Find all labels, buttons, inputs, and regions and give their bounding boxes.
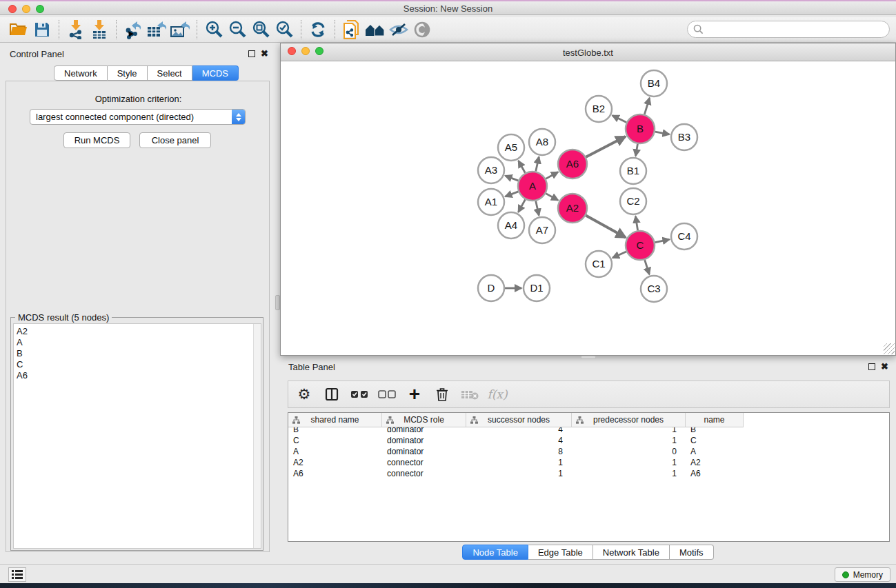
refresh-icon[interactable] — [306, 19, 330, 40]
table-cell[interactable]: A6 — [686, 468, 744, 479]
window-resize-grip[interactable] — [884, 343, 895, 354]
select-all-icon[interactable] — [350, 385, 368, 403]
close-panel-icon[interactable]: ✖ — [261, 50, 268, 57]
tab-network-table[interactable]: Network Table — [593, 545, 670, 560]
table-cell[interactable]: 8 — [466, 446, 572, 457]
list-item[interactable]: B — [17, 348, 261, 359]
table-cell[interactable]: A6 — [288, 468, 382, 479]
zoom-selected-icon[interactable] — [272, 19, 296, 40]
tab-mcds[interactable]: MCDS — [192, 65, 239, 81]
export-image-icon[interactable] — [168, 19, 192, 40]
ndex-home-icon[interactable] — [364, 19, 387, 40]
tab-node-table[interactable]: Node Table — [462, 545, 528, 560]
table-cell[interactable]: 1 — [572, 457, 686, 468]
table-cell[interactable]: 0 — [572, 446, 686, 457]
table-cell[interactable]: 4 — [466, 435, 572, 446]
vertical-splitter-handle[interactable] — [275, 295, 280, 310]
table-cell[interactable]: C — [686, 435, 744, 446]
table-cell[interactable]: C — [288, 435, 382, 446]
graph-edge-A-A7[interactable] — [536, 201, 539, 215]
eye-icon[interactable] — [410, 19, 434, 40]
network-graph[interactable]: B4B2BB3A8A5A6A3B1AA1C2A2A4A7C4CC1C3DD1 — [281, 61, 895, 355]
column-header-successor-nodes[interactable]: successor nodes — [466, 413, 572, 427]
graph-edge-C-C3[interactable] — [645, 260, 650, 274]
tab-motifs[interactable]: Motifs — [670, 545, 714, 560]
tab-edge-table[interactable]: Edge Table — [528, 545, 593, 560]
table-cell[interactable]: A — [686, 446, 744, 457]
table-cell[interactable]: 1 — [466, 457, 572, 468]
graph-edge-A2-C[interactable] — [586, 216, 626, 238]
zoom-in-icon[interactable] — [202, 19, 226, 40]
graph-edge-A-A4[interactable] — [519, 199, 526, 212]
export-table-icon[interactable] — [145, 19, 168, 40]
gear-icon[interactable]: ⚙ — [295, 385, 313, 403]
table-cell[interactable]: 1 — [572, 468, 686, 479]
split-panel-icon[interactable] — [323, 385, 341, 403]
table-cell[interactable]: A — [288, 446, 382, 457]
graph-edge-A-A5[interactable] — [519, 161, 526, 173]
hide-graphics-icon[interactable] — [387, 19, 410, 40]
import-network-icon[interactable] — [64, 19, 88, 40]
column-header-mcds-role[interactable]: MCDS role — [382, 413, 466, 427]
table-cell[interactable]: connector — [382, 468, 466, 479]
float-panel-icon[interactable] — [868, 363, 875, 370]
table-cell[interactable]: 1 — [572, 435, 686, 446]
tab-network[interactable]: Network — [54, 65, 108, 81]
mcds-result-list[interactable]: A2 A B C A6 — [13, 323, 261, 549]
table-cell[interactable]: A2 — [686, 457, 744, 468]
table-cell[interactable]: connector — [382, 457, 466, 468]
graph-node-label: A6 — [566, 158, 579, 170]
close-panel-icon[interactable]: ✖ — [881, 363, 888, 370]
close-panel-button[interactable]: Close panel — [139, 132, 211, 148]
memory-status-icon — [842, 571, 849, 578]
save-session-icon[interactable] — [30, 19, 54, 40]
open-session-icon[interactable] — [7, 19, 30, 40]
graph-edge-C-C4[interactable] — [655, 239, 670, 242]
import-table-icon[interactable] — [88, 19, 111, 40]
list-item[interactable]: C — [17, 359, 261, 370]
add-column-icon[interactable]: + — [406, 385, 424, 403]
graph-edge-B-B2[interactable] — [613, 116, 626, 123]
graph-edge-C-C1[interactable] — [613, 252, 626, 258]
graph-edge-B-B4[interactable] — [644, 98, 649, 114]
zoom-fit-icon[interactable] — [249, 19, 272, 40]
clone-network-icon[interactable] — [340, 19, 364, 40]
graph-edge-B-B3[interactable] — [655, 132, 670, 134]
list-item[interactable]: A6 — [17, 370, 261, 381]
table-cell[interactable]: A2 — [288, 457, 382, 468]
graph-edge-B-B1[interactable] — [636, 144, 638, 156]
table-cell[interactable]: dominator — [382, 446, 466, 457]
zoom-out-icon[interactable] — [226, 19, 249, 40]
memory-button[interactable]: Memory — [835, 567, 890, 582]
task-history-button[interactable] — [8, 567, 26, 582]
function-builder-icon[interactable]: f(x) — [488, 385, 506, 403]
deselect-all-icon[interactable] — [378, 385, 396, 403]
graph-edge-A-A3[interactable] — [506, 176, 519, 181]
scrollbar[interactable] — [253, 324, 261, 548]
graph-edge-A-A6[interactable] — [546, 172, 558, 179]
graph-edge-A6-B[interactable] — [586, 136, 626, 157]
criterion-dropdown[interactable]: largest connected component (directed) — [30, 109, 246, 125]
float-panel-icon[interactable] — [248, 50, 255, 57]
delete-table-icon[interactable] — [461, 385, 479, 403]
network-canvas[interactable]: B4B2BB3A8A5A6A3B1AA1C2A2A4A7C4CC1C3DD1 — [281, 61, 895, 355]
tab-select[interactable]: Select — [148, 65, 192, 81]
graph-edge-A-A2[interactable] — [546, 194, 558, 201]
graph-edge-A-A1[interactable] — [506, 192, 519, 196]
table-panel-title: Table Panel — [288, 362, 335, 372]
export-network-icon[interactable] — [121, 19, 145, 40]
run-mcds-button[interactable]: Run MCDS — [63, 132, 130, 148]
column-header-predecessor-nodes[interactable]: predecessor nodes — [572, 413, 686, 427]
column-header-name[interactable]: name — [686, 413, 744, 427]
table-cell[interactable]: dominator — [382, 435, 466, 446]
delete-column-icon[interactable] — [433, 385, 451, 403]
graph-edge-A-A8[interactable] — [536, 156, 539, 171]
column-header-shared-name[interactable]: shared name — [288, 413, 382, 427]
list-item[interactable]: A2 — [17, 326, 261, 337]
horizontal-splitter-handle[interactable] — [581, 356, 596, 359]
tab-style[interactable]: Style — [108, 65, 148, 81]
table-cell[interactable]: 1 — [466, 468, 572, 479]
graph-edge-C-C2[interactable] — [635, 216, 637, 231]
list-item[interactable]: A — [17, 337, 261, 348]
search-input[interactable] — [687, 21, 890, 38]
